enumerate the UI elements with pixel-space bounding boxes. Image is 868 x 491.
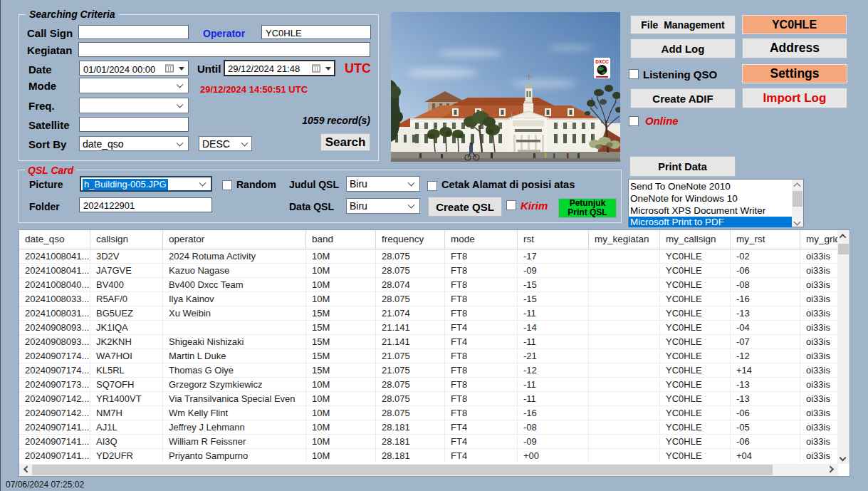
svg-text:DXCC: DXCC — [595, 59, 609, 64]
